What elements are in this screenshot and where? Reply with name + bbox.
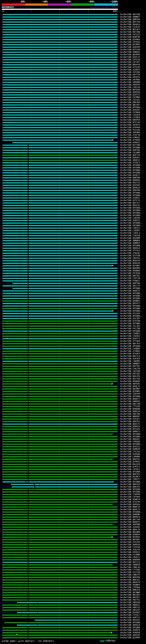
alignment-row: UniRef100_A3GGD3 [0,526,146,528]
alignment-bar [3,547,116,548]
alignment-row: UniRef100_B6K590 [0,576,146,579]
alignment-bar [3,228,116,229]
query-start-tick [3,222,3,224]
alignment-bar [3,64,116,65]
hit-label: UniRef100_B2W6Y9 [120,498,140,501]
hit-label: UniRef100_Q5UAN8 [120,237,140,240]
label-connector-dash [118,223,120,224]
hit-label: UniRef100_C4WSM5 [120,360,140,362]
alignment-bar [3,134,116,136]
query-start-tick [3,174,3,176]
alignment-row: UniRef100_Q74ZK3 [0,352,146,355]
query-start-tick [3,94,3,96]
label-connector-dash [118,595,120,595]
query-start-tick [3,49,3,51]
label-connector-dash [118,404,120,404]
hit-label: UniRef100_Q5QBH3 [120,300,140,302]
hit-label: UniRef100_P51430 [120,129,140,131]
alignment-bar [17,612,116,613]
arrow-icon [116,255,118,256]
hit-label: UniRef100_UPI000.. [120,395,143,398]
alignment-bar [3,610,116,611]
query-start-tick [3,154,3,156]
subject-gap-marker [28,489,28,490]
label-connector-dash [118,630,120,630]
arrow-icon [116,410,118,412]
alignment-bar [3,338,116,339]
alignment-row: UniRef100_C6T2H6 [0,71,146,74]
subject-gap-marker [28,481,29,483]
alignment-row: UniRef100_A7R4H9 [0,126,146,129]
alignment-bar [3,202,116,204]
lead-line [2,487,11,487]
alignment-row: UniRef100_B5Y4X4 [0,428,146,430]
arrow-icon [116,220,118,221]
hit-label: UniRef100_A0MQ84 [120,240,140,242]
arrow-icon [116,169,118,171]
alignment-row: UniRef100_C5DIK2 [0,335,146,338]
query-start-tick [3,54,3,56]
query-start-tick [3,318,3,320]
label-connector-dash [118,449,120,450]
alignment-row: UniRef100_C4Y811 [0,468,146,470]
arrow-icon [116,335,118,337]
alignment-row: UniRef100_UPI000.. [0,307,146,310]
query-start-tick [3,81,3,84]
label-connector-dash [118,585,120,585]
subject-gap-marker [28,589,28,591]
label-connector-dash [118,454,120,454]
hit-label: UniRef100_Q6EE72 [120,423,140,425]
alignment-bar [3,614,116,616]
alignment-row: UniRef100_A9V0J3 [0,551,146,554]
arrow-icon [116,184,118,186]
alignment-row: UniRef100_P51430 [0,129,146,131]
query-start-tick [3,586,3,588]
subject-gap-marker [31,489,32,490]
label-connector-dash [118,163,120,163]
query-start-tick [3,61,3,63]
subject-gap-marker [28,275,28,277]
lead-dash [2,625,3,626]
label-connector-dash [118,122,120,123]
label-connector [114,266,120,266]
hit-label: UniRef100_C4R9B9 [120,456,140,458]
alignment-bar [3,594,116,596]
alignment-bar [3,107,116,108]
alignment-bar [3,552,116,553]
alignment-row: UniRef100_P47838 [0,272,146,274]
query-start-tick [3,433,3,435]
alignment-bar [3,195,116,196]
label-connector-dash [118,178,120,178]
arrow-icon [116,210,118,211]
scale-label: ~60% [55,0,71,3]
alignment-bar [3,268,116,269]
arrow-icon [116,124,118,126]
arrow-icon [116,69,118,70]
label-connector-dash [118,233,120,234]
alignment-row: UniRef100_A7NUV2 [0,136,146,139]
arrow-icon [116,436,118,438]
hit-label: UniRef100_B0Z9P8 [120,267,140,270]
alignment-row: UniRef100_B9GUY8 [0,64,146,66]
hit-label: UniRef100_UPI000.. [120,209,143,212]
query-start-tick [3,14,3,16]
alignment-row: UniRef100_Q7SC99 [0,501,146,503]
arrow-icon [116,551,118,553]
query-start-tick [3,139,3,141]
hit-label: UniRef100_B6T4E7 [120,28,140,31]
alignment-row: UniRef100_C6T4P7 [0,61,146,64]
alignment-row: UniRef100_C7GJ44 [0,450,146,453]
alignment-bar [3,514,116,515]
alignment-row: UniRef100_Q801G9 [0,483,146,486]
alignment-bar [13,142,116,143]
alignment-bar [3,426,116,427]
query-start-tick [3,18,3,20]
query-start-tick [3,217,3,219]
label-connector-dash [118,152,120,153]
alignment-row: UniRef100_B4NCV4 [0,410,146,413]
alignment-row: UniRef100_Q6EE72 [0,423,146,425]
alignment-row: UniRef100_C3KGY1 [0,227,146,229]
lead-dash [2,620,3,620]
alignment-bar [3,361,116,362]
alignment-row: UniRef100_P02365 [0,372,146,375]
